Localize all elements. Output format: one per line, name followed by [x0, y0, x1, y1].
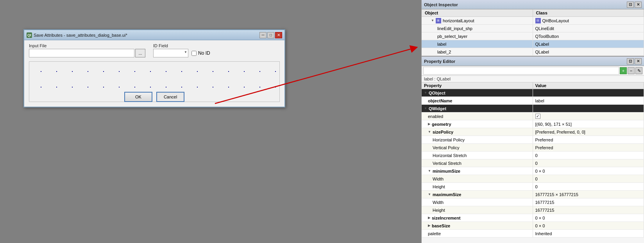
dialog-titlebar: Qt Save Attributes - save_attributes_dia…: [24, 30, 284, 40]
prop-row-hpolicy: Horizontal Policy Preferred: [422, 136, 644, 144]
prop-row-minsize: ▼ minimumSize 0 × 0: [422, 167, 644, 175]
no-id-label: No ID: [198, 50, 210, 56]
dialog-top-row: Input File ... ID Field No ID: [29, 43, 280, 57]
prop-row-minheight: Height 0: [422, 183, 644, 191]
property-col-value: Value: [533, 82, 644, 89]
inspector-row-lineedit[interactable]: lineEdit_input_shp QLineEdit: [422, 25, 644, 32]
section-qobject-expand[interactable]: ▼: [424, 91, 427, 95]
prop-row-minwidth: Width 0: [422, 175, 644, 183]
section-qobject-cell: ▼ QObject: [422, 89, 533, 96]
prop-minheight-value[interactable]: 0: [533, 183, 644, 190]
section-qwidget-expand[interactable]: ▼: [424, 107, 427, 110]
inspector-close-button[interactable]: ✕: [635, 2, 642, 8]
dialog-title-left: Qt Save Attributes - save_attributes_dia…: [27, 32, 127, 38]
prop-minsize-value[interactable]: 0 × 0: [533, 167, 644, 175]
dialog-body: Input File ... ID Field No ID: [24, 40, 284, 107]
lineedit-name: lineEdit_input_shp: [437, 26, 472, 31]
prop-vstretch-label: Vertical Stretch: [422, 159, 533, 167]
pb-class: QToolButton: [535, 34, 559, 39]
prop-maxheight-value[interactable]: 16777215: [533, 206, 644, 214]
prop-maxheight-label: Height: [422, 206, 533, 214]
prop-objectname-value[interactable]: label: [533, 97, 644, 104]
sizeincrement-expand[interactable]: ▶: [428, 216, 430, 220]
dialog-close-button[interactable]: ✕: [275, 32, 282, 38]
dialog-minimize-button[interactable]: ─: [259, 32, 267, 38]
browse-button[interactable]: ...: [135, 49, 145, 57]
property-object-label: label : QLabel: [422, 76, 644, 82]
inspector-float-button[interactable]: ⊡: [627, 2, 634, 8]
inspector-row-pb-select[interactable]: pb_select_layer QToolButton: [422, 32, 644, 40]
property-editor-title: Property Editor: [424, 59, 455, 64]
dialog-restore-button[interactable]: □: [267, 32, 274, 38]
prop-row-objectname: objectName label: [422, 97, 644, 105]
prop-vstretch-value[interactable]: 0: [533, 159, 644, 167]
property-filter-input[interactable]: [423, 67, 619, 75]
object-inspector: Object Inspector ⊡ ✕ Object Class ▼ ⊞ ho…: [422, 0, 644, 57]
label2-name: label_2: [437, 50, 451, 54]
prop-basesize-label: ▶ baseSize: [422, 222, 533, 229]
id-field-combo[interactable]: [153, 49, 188, 57]
ok-button[interactable]: OK: [124, 92, 152, 102]
no-id-checkbox-row: No ID: [191, 50, 210, 56]
prop-maxwidth-value[interactable]: 16777215: [533, 198, 644, 206]
prop-maxsize-value[interactable]: 16777215 × 16777215: [533, 191, 644, 198]
inspector-cell-lineedit-name: lineEdit_input_shp: [422, 25, 533, 32]
property-editor-close-button[interactable]: ✕: [635, 58, 642, 64]
geometry-expand[interactable]: ▶: [428, 122, 430, 126]
prop-sizepolicy-value[interactable]: [Preferred, Preferred, 0, 0]: [533, 128, 644, 136]
inspector-cell-label-class: QLabel: [533, 40, 644, 48]
section-qwidget: ▼ QWidget: [422, 105, 644, 113]
prop-row-maxwidth: Width 16777215: [422, 198, 644, 206]
edit-property-button[interactable]: ✎: [635, 67, 642, 74]
prop-palette-value[interactable]: Inherited: [533, 230, 644, 237]
maxsize-expand[interactable]: ▼: [428, 193, 431, 196]
minsize-expand[interactable]: ▼: [428, 169, 431, 173]
prop-hpolicy-value[interactable]: Preferred: [533, 136, 644, 143]
property-editor-float-button[interactable]: ⊡: [627, 58, 634, 64]
prop-geometry-value[interactable]: [(60, 90), 171 × 51]: [533, 120, 644, 128]
prop-hstretch-value[interactable]: 0: [533, 152, 644, 159]
input-file-field[interactable]: [29, 49, 134, 57]
prop-basesize-value[interactable]: 0 × 0: [533, 222, 644, 229]
prop-geometry-label: ▶ geometry: [422, 120, 533, 128]
prop-hpolicy-label: Horizontal Policy: [422, 136, 533, 143]
dialog-controls: ─ □ ✕: [259, 32, 282, 38]
enabled-checkbox[interactable]: ✓: [535, 114, 540, 119]
sizepolicy-expand[interactable]: ▼: [428, 130, 431, 134]
prop-palette-label: palette: [422, 230, 533, 237]
inspector-row-label2[interactable]: label_2 QLabel: [422, 48, 644, 56]
prop-row-basesize: ▶ baseSize 0 × 0: [422, 222, 644, 230]
right-panel: Object Inspector ⊡ ✕ Object Class ▼ ⊞ ho…: [421, 0, 644, 243]
prop-hstretch-label: Horizontal Stretch: [422, 152, 533, 159]
section-qwidget-value: [533, 105, 644, 112]
inspector-col-class: Class: [533, 9, 644, 16]
prop-sizeincrement-value[interactable]: 0 × 0: [533, 214, 644, 222]
cancel-button[interactable]: Cancel: [156, 92, 184, 102]
add-property-button[interactable]: +: [620, 67, 627, 74]
prop-enabled-value[interactable]: ✓: [533, 113, 644, 120]
prop-enabled-label: enabled: [422, 113, 533, 120]
remove-property-button[interactable]: −: [628, 67, 635, 74]
inspector-class-name: QHBoxLayout: [542, 18, 569, 23]
inspector-cell-object: ▼ ⊞ horizontalLayout: [422, 17, 533, 24]
pb-name: pb_select_layer: [437, 34, 467, 39]
lineedit-class: QLineEdit: [535, 26, 554, 31]
prop-row-enabled: enabled ✓: [422, 113, 644, 120]
prop-sizeincrement-label: ▶ sizeIncrement: [422, 214, 533, 222]
expand-icon[interactable]: ▼: [431, 19, 434, 22]
input-file-group: Input File ...: [29, 43, 145, 57]
prop-minwidth-value[interactable]: 0: [533, 175, 644, 182]
no-id-checkbox[interactable]: [191, 51, 197, 56]
object-inspector-controls: ⊡ ✕: [627, 2, 642, 8]
prop-row-sizepolicy: ▼ sizePolicy [Preferred, Preferred, 0, 0…: [422, 128, 644, 136]
prop-vpolicy-value[interactable]: Preferred: [533, 144, 644, 151]
inspector-row-label[interactable]: label QLabel: [422, 40, 644, 48]
inspector-cell-pb-name: pb_select_layer: [422, 32, 533, 40]
input-file-row: ...: [29, 49, 145, 57]
basesize-expand[interactable]: ▶: [428, 224, 430, 227]
object-inspector-titlebar: Object Inspector ⊡ ✕: [422, 0, 644, 9]
section-qobject: ▼ QObject: [422, 89, 644, 97]
inspector-row-horizontal-layout[interactable]: ▼ ⊞ horizontalLayout ⊟ QHBoxLayout: [422, 17, 644, 25]
qt-logo-icon: Qt: [27, 32, 32, 38]
inspector-cell-pb-class: QToolButton: [533, 32, 644, 40]
